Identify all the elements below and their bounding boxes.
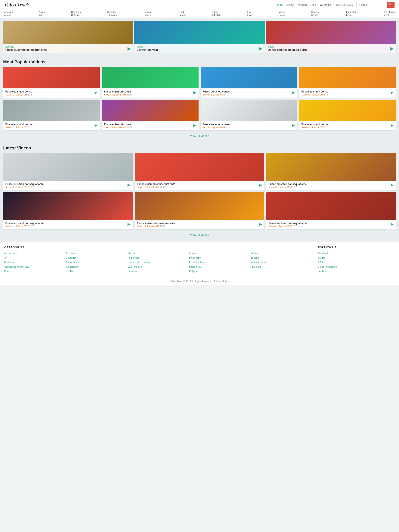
footer-cat-link[interactable]: Business xyxy=(4,260,65,265)
footer-twitter-link[interactable]: Twitter xyxy=(318,256,395,260)
footer-cat-link[interactable]: Humanities xyxy=(127,256,188,260)
video-meta: Season 2, Episode 055 51:37 xyxy=(301,94,330,96)
register-link[interactable]: Register xyxy=(345,4,354,6)
footer-cat-link[interactable]: Theatre xyxy=(251,256,312,260)
latest-play-icon[interactable]: ▶ xyxy=(127,183,131,187)
footer-cat-link[interactable]: Ethnic studies xyxy=(66,260,127,265)
cat-news[interactable]: News xyxy=(279,14,285,16)
footer-cat-link[interactable]: Science xyxy=(251,251,312,256)
cat-cartoons[interactable]: Cartoons xyxy=(71,11,81,13)
video-play-icon[interactable]: ▶ xyxy=(292,123,295,128)
footer-cat-link[interactable]: Architecture xyxy=(4,251,65,256)
cat-live[interactable]: Live xyxy=(247,11,252,13)
footer-cat-link[interactable]: And more xyxy=(251,265,312,269)
cat-celebrity[interactable]: Celebrity xyxy=(71,14,81,16)
video-card: Fusce euismod conse Season 2, Episode 05… xyxy=(3,100,100,130)
hero-play-3[interactable]: ▶ xyxy=(390,46,394,51)
footer-cat-link[interactable]: Psychology xyxy=(189,265,250,269)
video-title: Fusce euismod conse xyxy=(203,90,231,93)
latest-play-icon[interactable]: ▶ xyxy=(259,222,262,227)
privacy-policy-link[interactable]: Privacy Policy xyxy=(214,280,229,283)
latest-play-icon[interactable]: ▶ xyxy=(391,222,394,227)
hero-label-2: Comedy xyxy=(137,46,158,48)
video-play-icon[interactable]: ▶ xyxy=(94,123,98,128)
category-nav: Animals Anime Asian Car Cartoons Celebri… xyxy=(0,10,399,18)
cat-fitness[interactable]: Fitness xyxy=(144,14,152,16)
video-play-icon[interactable]: ▶ xyxy=(94,90,98,95)
cat-comedy[interactable]: Comedy xyxy=(107,11,118,13)
video-play-icon[interactable]: ▶ xyxy=(391,90,394,95)
search-button[interactable]: 🔍 xyxy=(387,2,394,8)
footer-rss-link[interactable]: RSS xyxy=(318,260,395,265)
footer-cat-link[interactable]: Counseling and therapy xyxy=(4,265,65,269)
video-card: Fusce euismod conse Season 2, Episode 05… xyxy=(102,67,198,98)
cat-love[interactable]: Love xyxy=(247,14,252,16)
footer-cat-link[interactable]: Philosophy xyxy=(189,256,250,260)
cat-lifestyle[interactable]: Lifestyle xyxy=(212,14,221,16)
cat-games[interactable]: Games xyxy=(178,14,186,16)
video-card: Fusce euismod conse Season 2, Episode 05… xyxy=(201,100,297,130)
footer-cat-link[interactable]: Art xyxy=(4,256,65,260)
footer-email-link[interactable]: Email Newsletters xyxy=(318,265,395,269)
cat-asian[interactable]: Asian xyxy=(39,11,45,13)
cat-car[interactable]: Car xyxy=(39,14,45,16)
footer-cat-link[interactable]: Health xyxy=(66,269,127,274)
cat-anime[interactable]: Anime xyxy=(4,14,13,16)
footer-youtube-link[interactable]: YouTube xyxy=(318,269,395,274)
hero-item-3[interactable]: Travel Donec sagittis euismod purus ▶ xyxy=(266,21,396,53)
footer-follow-title: FOLLOW US xyxy=(318,246,395,249)
cat-tvshows[interactable]: TV Shows xyxy=(384,11,395,13)
sign-in-link[interactable]: Sign In xyxy=(336,4,343,6)
latest-title: Latest Videos xyxy=(3,146,396,151)
footer-cat-link[interactable]: Opera xyxy=(189,251,250,256)
video-play-icon[interactable]: ▶ xyxy=(391,123,394,128)
cat-food[interactable]: Food xyxy=(178,11,186,13)
footer-cat-link[interactable]: Political science xyxy=(189,260,250,265)
cat-viral[interactable]: Viral xyxy=(384,14,395,16)
nav-blog[interactable]: Blog xyxy=(311,3,316,6)
search-input[interactable] xyxy=(357,2,387,7)
cat-sports[interactable]: Sports xyxy=(311,14,319,16)
cat-fashion[interactable]: Fashion xyxy=(144,11,152,13)
latest-video-meta: Season 2, Episode 055 51:37 xyxy=(137,225,175,228)
cat-travel[interactable]: Travel xyxy=(346,14,358,16)
hero-play-2[interactable]: ▶ xyxy=(259,46,262,51)
footer-cat-link[interactable]: Economics xyxy=(66,251,127,256)
cat-animals[interactable]: Animals xyxy=(4,11,13,13)
logo: Video Track xyxy=(4,2,29,8)
footer-cat-link[interactable]: Ethnography xyxy=(66,265,127,269)
cat-education[interactable]: Education xyxy=(107,14,118,16)
nav-home[interactable]: Home xyxy=(276,3,283,6)
video-play-icon[interactable]: ▶ xyxy=(193,123,196,128)
latest-play-icon[interactable]: ▶ xyxy=(127,222,131,227)
latest-play-icon[interactable]: ▶ xyxy=(259,183,262,187)
footer-cat-link[interactable]: LGBT studies xyxy=(127,265,188,269)
footer-cat-link[interactable]: Literature xyxy=(127,269,188,274)
hero-item-1[interactable]: Sport Life Fusce euismod consequat ante … xyxy=(3,21,133,53)
hero-label-3: Travel xyxy=(268,46,308,48)
video-play-icon[interactable]: ▶ xyxy=(193,90,196,95)
hero-item-2[interactable]: Comedy Elementum velit ▶ xyxy=(134,21,264,53)
video-meta: Season 2, Episode 055 51:37 xyxy=(203,94,231,96)
nav-videos[interactable]: Videos xyxy=(298,3,307,6)
nav-contacts[interactable]: Contacts xyxy=(320,3,331,6)
hero-play-1[interactable]: ▶ xyxy=(127,46,131,51)
view-all-latest: View All Videos xyxy=(3,231,396,238)
cat-science[interactable]: Science xyxy=(311,11,319,13)
footer-cat-link[interactable]: Law and public safety xyxy=(127,260,188,265)
footer-cat-link[interactable]: Education xyxy=(66,256,127,260)
video-title: Fusce euismod conse xyxy=(104,90,132,93)
footer-cat-link[interactable]: Dance xyxy=(4,269,65,274)
cat-technology[interactable]: Technology xyxy=(346,11,358,13)
footer-cat-link[interactable]: Women's studies xyxy=(251,260,312,265)
view-all-latest-link[interactable]: View All Videos xyxy=(190,233,209,236)
footer-cat-link[interactable]: Religion xyxy=(189,269,250,274)
cat-guns[interactable]: Guns xyxy=(212,11,221,13)
latest-play-icon[interactable]: ▶ xyxy=(391,183,394,187)
video-play-icon[interactable]: ▶ xyxy=(292,90,295,95)
cat-music[interactable]: Music xyxy=(279,11,285,13)
nav-about[interactable]: About xyxy=(287,3,294,6)
view-all-popular-link[interactable]: View All Videos xyxy=(190,134,209,137)
footer-cat-link[interactable]: History xyxy=(127,251,188,256)
footer-facebook-link[interactable]: Facebook xyxy=(318,251,395,256)
